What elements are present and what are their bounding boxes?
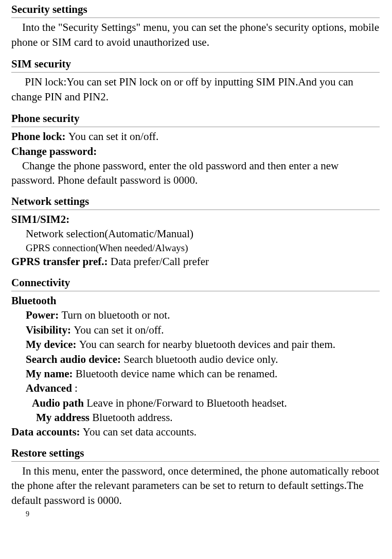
pin-lock-text: PIN lock:You can set PIN lock on or off …: [11, 75, 380, 104]
page-number: 9: [11, 510, 380, 519]
gprs-transfer-value: Data prefer/Call prefer: [111, 255, 209, 268]
gprs-transfer-row: GPRS transfer pref.: Data prefer/Call pr…: [11, 254, 380, 269]
my-address-desc: Bluetooth address.: [92, 411, 172, 424]
data-accounts-label: Data accounts:: [11, 426, 83, 438]
my-name-desc: Bluetooth device name which can be renam…: [76, 368, 277, 380]
gprs-transfer-label: GPRS transfer pref.:: [11, 255, 111, 268]
restore-settings-desc: In this menu, enter the password, once d…: [11, 464, 380, 508]
network-settings-heading: Network settings: [11, 190, 380, 210]
search-audio-label: Search audio device:: [26, 353, 123, 365]
search-audio-row: Search audio device: Search bluetooth au…: [11, 352, 380, 366]
sim-label: SIM1/SIM2:: [11, 212, 380, 226]
search-audio-desc: Search bluetooth audio device only.: [123, 353, 278, 365]
security-settings-heading: Security settings: [11, 0, 380, 18]
phone-lock-row: Phone lock: You can set it on/off.: [11, 129, 380, 144]
phone-lock-desc: You can set it on/off.: [68, 130, 158, 143]
bluetooth-label: Bluetooth: [11, 293, 380, 308]
my-name-label: My name:: [26, 368, 76, 380]
my-device-row: My device: You can search for nearby blu…: [11, 337, 380, 352]
data-accounts-row: Data accounts: You can set data accounts…: [11, 425, 380, 439]
visibility-desc: You can set it on/off.: [74, 324, 164, 336]
my-address-label: My address: [36, 411, 92, 424]
connectivity-heading: Connectivity: [11, 271, 380, 291]
restore-settings-heading: Restore settings: [11, 442, 380, 462]
advanced-label: Advanced: [26, 382, 75, 394]
change-password-desc: Change the phone password, enter the old…: [11, 159, 380, 188]
phone-security-heading: Phone security: [11, 107, 380, 127]
power-label: Power:: [26, 309, 61, 321]
advanced-colon: :: [75, 382, 78, 394]
my-device-label: My device:: [26, 338, 79, 351]
sim-security-heading: SIM security: [11, 53, 380, 73]
my-address-row: My address Bluetooth address.: [11, 410, 380, 425]
change-password-label: Change password:: [11, 144, 380, 159]
power-row: Power: Turn on bluetooth or not.: [11, 308, 380, 322]
advanced-row: Advanced :: [11, 381, 380, 395]
audio-path-label: Audio path: [32, 397, 86, 409]
visibility-label: Visibility:: [26, 324, 74, 336]
audio-path-row: Audio path Leave in phone/Forward to Blu…: [11, 396, 380, 410]
security-settings-intro: Into the "Security Settings" menu, you c…: [11, 20, 380, 49]
network-selection: Network selection(Automatic/Manual): [11, 226, 380, 241]
audio-path-desc: Leave in phone/Forward to Bluetooth head…: [86, 397, 287, 409]
visibility-row: Visibility: You can set it on/off.: [11, 323, 380, 337]
gprs-connection: GPRS connection(When needed/Always): [11, 241, 380, 255]
phone-lock-label: Phone lock:: [11, 130, 68, 143]
power-desc: Turn on bluetooth or not.: [61, 309, 170, 321]
my-name-row: My name: Bluetooth device name which can…: [11, 366, 380, 381]
my-device-desc: You can search for nearby bluetooth devi…: [79, 338, 335, 351]
data-accounts-desc: You can set data accounts.: [83, 426, 197, 438]
